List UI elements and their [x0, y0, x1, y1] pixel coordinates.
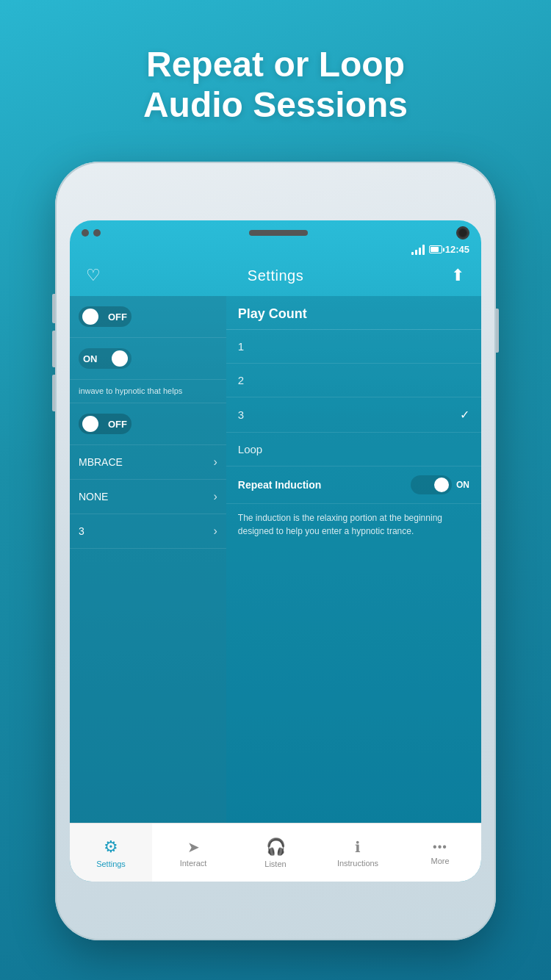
page-title: Repeat or Loop Audio Sessions	[0, 0, 551, 125]
more-icon: •••	[433, 840, 447, 854]
phone-screen: 12:45 ♡ Settings ⬆ OFF	[70, 220, 481, 882]
toggle-2-knob	[112, 350, 128, 367]
settings-label: Settings	[96, 860, 126, 868]
play-count-item-2[interactable]: 2	[226, 364, 481, 397]
induction-description: The induction is the relaxing portion at…	[226, 504, 481, 545]
front-cameras	[82, 229, 101, 237]
toggle-2[interactable]: ON	[79, 348, 132, 369]
tab-settings[interactable]: ⚙ Settings	[70, 824, 152, 882]
tab-listen[interactable]: 🎧 Listen	[234, 824, 317, 882]
play-count-value-2: 2	[238, 374, 244, 386]
battery-indicator	[429, 245, 442, 253]
toggle-2-on-label: ON	[83, 353, 98, 364]
left-description: inwave to hypnotic that helps	[70, 380, 226, 403]
more-label: More	[431, 857, 449, 865]
play-count-item-loop[interactable]: Loop	[226, 433, 481, 466]
option-row-mbrace[interactable]: MBRACE ›	[70, 445, 226, 480]
option-3-label: 3	[79, 525, 84, 537]
tab-bar: ⚙ Settings ➤ Interact 🎧 Listen ℹ Instruc…	[70, 823, 481, 882]
toggle-3-off-label: OFF	[108, 419, 127, 430]
repeat-induction-knob	[434, 478, 449, 492]
app-header: ♡ Settings ⬆	[70, 258, 481, 296]
silent-button	[52, 375, 55, 411]
share-button[interactable]: ⬆	[446, 264, 469, 287]
phone-top-hardware	[70, 220, 481, 242]
play-count-title: Play Count	[238, 306, 307, 321]
phone-frame: 12:45 ♡ Settings ⬆ OFF	[55, 162, 496, 940]
toggle-row-3[interactable]: OFF	[70, 403, 226, 445]
repeat-induction-row[interactable]: Repeat Induction ON	[226, 466, 481, 504]
status-bar: 12:45	[70, 242, 481, 258]
play-count-value-3: 3	[238, 408, 244, 421]
option-row-none[interactable]: NONE ›	[70, 480, 226, 514]
power-button	[496, 309, 499, 353]
play-count-checkmark-3: ✓	[460, 408, 469, 422]
listen-icon: 🎧	[266, 837, 286, 857]
camera-dot-1	[82, 229, 89, 237]
status-time: 12:45	[445, 244, 469, 255]
tab-interact[interactable]: ➤ Interact	[152, 824, 234, 882]
left-panel: OFF ON inwave to hypnotic that helps	[70, 296, 226, 854]
play-count-item-3[interactable]: 3 ✓	[226, 397, 481, 433]
instructions-icon: ℹ	[355, 838, 361, 856]
speaker-grille	[249, 230, 308, 236]
main-camera	[456, 226, 469, 239]
toggle-1-knob	[82, 309, 98, 325]
right-panel: Play Count 1 2 3 ✓	[226, 296, 481, 854]
toggle-1-off-label: OFF	[108, 311, 127, 323]
toggle-3-knob	[82, 416, 98, 432]
volume-down-button	[52, 331, 55, 367]
signal-indicator	[411, 245, 425, 255]
option-none-label: NONE	[79, 491, 108, 502]
listen-label: Listen	[264, 860, 286, 868]
option-none-chevron: ›	[213, 490, 217, 503]
camera-dot-2	[93, 229, 101, 237]
toggle-row-1[interactable]: OFF	[70, 296, 226, 338]
page-background: Repeat or Loop Audio Sessions	[0, 0, 551, 980]
volume-up-button	[52, 294, 55, 323]
play-count-header: Play Count	[226, 296, 481, 330]
toggle-3[interactable]: OFF	[79, 414, 132, 434]
interact-icon: ➤	[187, 838, 200, 856]
header-title: Settings	[248, 267, 303, 284]
play-count-value-loop: Loop	[238, 443, 262, 455]
option-mbrace-chevron: ›	[213, 455, 217, 469]
settings-icon: ⚙	[104, 837, 118, 857]
play-count-value-1: 1	[238, 340, 244, 353]
toggle-1[interactable]: OFF	[79, 306, 132, 327]
interact-label: Interact	[180, 859, 207, 868]
content-area: OFF ON inwave to hypnotic that helps	[70, 296, 481, 854]
instructions-label: Instructions	[337, 859, 378, 868]
repeat-induction-switch[interactable]	[411, 475, 452, 494]
option-row-3[interactable]: 3 ›	[70, 514, 226, 549]
repeat-induction-toggle[interactable]: ON	[411, 475, 469, 494]
tab-instructions[interactable]: ℹ Instructions	[317, 824, 399, 882]
play-count-item-1[interactable]: 1	[226, 330, 481, 364]
option-mbrace-label: MBRACE	[79, 456, 123, 468]
repeat-induction-label: Repeat Induction	[238, 479, 322, 491]
heart-button[interactable]: ♡	[82, 264, 105, 287]
repeat-induction-toggle-label: ON	[456, 480, 469, 490]
toggle-row-2[interactable]: ON	[70, 338, 226, 380]
tab-more[interactable]: ••• More	[399, 824, 481, 882]
option-3-chevron: ›	[213, 525, 217, 538]
